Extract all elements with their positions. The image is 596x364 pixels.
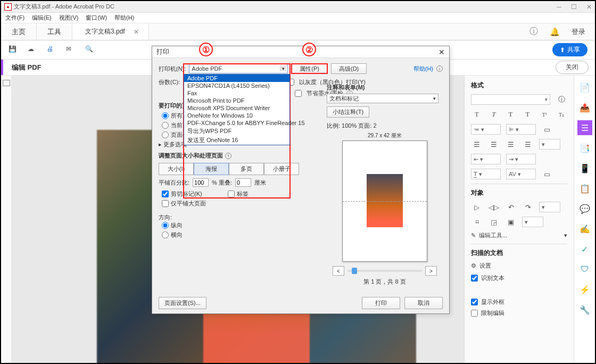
seg-poster[interactable]: 海报 bbox=[194, 163, 229, 175]
text-sub-icon[interactable]: T₁ bbox=[556, 109, 567, 120]
ts-optimize-icon[interactable]: ⚡ bbox=[577, 282, 592, 297]
close-editbar-button[interactable]: 关闭 bbox=[556, 61, 589, 74]
color-a-icon[interactable]: ▭ bbox=[541, 124, 553, 135]
edit-tool-link[interactable]: ✎ 编辑工具... ▾ bbox=[471, 231, 567, 239]
ts-organize-icon[interactable]: 📑 bbox=[577, 140, 592, 155]
ts-export-icon[interactable]: 📤 bbox=[577, 100, 592, 115]
page-range-radio[interactable] bbox=[162, 131, 169, 138]
dd-item-onenote10[interactable]: OneNote for Windows 10 bbox=[184, 112, 289, 119]
menu-window[interactable]: 窗口(W) bbox=[86, 14, 107, 22]
portrait-radio[interactable] bbox=[162, 222, 169, 229]
more-options-toggle[interactable]: ▸ 更多选项 bbox=[159, 140, 187, 148]
text-t3-icon[interactable]: T bbox=[505, 109, 517, 120]
share-button[interactable]: ⬆ 共享 bbox=[552, 43, 587, 56]
menu-view[interactable]: 视图(V) bbox=[59, 14, 79, 22]
more-format-icon[interactable]: ▭ bbox=[541, 169, 553, 179]
dd-item-onenote16[interactable]: 发送至 OneNote 16 bbox=[184, 136, 289, 145]
cancel-button[interactable]: 取消 bbox=[404, 297, 443, 309]
indent2-select[interactable]: ⇥ ▾ bbox=[506, 154, 536, 164]
print-icon[interactable]: 🖨 bbox=[47, 45, 56, 55]
crop-icon[interactable]: ⌗ bbox=[471, 217, 483, 227]
tile-large-checkbox[interactable] bbox=[162, 200, 169, 207]
minimize-icon[interactable]: ─ bbox=[557, 3, 561, 11]
tile-pct-input[interactable] bbox=[193, 178, 209, 187]
rotate-ccw-icon[interactable]: ↶ bbox=[505, 202, 517, 212]
flip-h-icon[interactable]: ◁▷ bbox=[488, 202, 500, 212]
ts-more-icon[interactable]: 🔧 bbox=[577, 302, 592, 317]
menu-help[interactable]: 帮助(H) bbox=[114, 14, 134, 22]
ts-fill-icon[interactable]: 📋 bbox=[577, 181, 592, 196]
text-super-icon[interactable]: T¹ bbox=[539, 109, 550, 120]
overlap-input[interactable] bbox=[235, 178, 251, 187]
dd-item-epson[interactable]: EPSON47CD1A (L4150 Series) bbox=[184, 82, 289, 89]
dd-item-wps[interactable]: 导出为WPS PDF bbox=[184, 127, 289, 136]
restrict-edit-input[interactable] bbox=[471, 310, 478, 317]
char-space-select[interactable]: AV ▾ bbox=[506, 169, 536, 179]
next-page-button[interactable]: > bbox=[425, 266, 437, 276]
maximize-icon[interactable]: ☐ bbox=[571, 3, 577, 11]
mail-icon[interactable]: ✉ bbox=[66, 45, 76, 55]
horiz-scale-select[interactable]: T̲ ▾ bbox=[471, 169, 501, 179]
settings-link[interactable]: ⚙ 设置 bbox=[471, 262, 567, 270]
ts-edit-icon[interactable]: ☰ bbox=[577, 120, 592, 135]
rotate-cw-icon[interactable]: ↷ bbox=[522, 202, 534, 212]
advanced-button[interactable]: 高级(D) bbox=[331, 63, 367, 74]
current-page-radio[interactable] bbox=[162, 122, 169, 129]
font-select[interactable]: ▾ bbox=[471, 94, 550, 105]
tab-tools[interactable]: 工具 bbox=[37, 23, 72, 40]
align-obj-select[interactable]: ▾ bbox=[522, 217, 543, 227]
ts-stamp-icon[interactable]: ✓ bbox=[577, 242, 592, 257]
print-button[interactable]: 打印 bbox=[362, 297, 400, 309]
recognize-text-checkbox[interactable]: 识别文本 bbox=[471, 274, 567, 282]
landscape-radio[interactable] bbox=[162, 231, 169, 238]
cloud-icon[interactable]: ☁ bbox=[28, 45, 37, 55]
search-icon[interactable]: 🔍 bbox=[85, 45, 95, 55]
bell-icon[interactable]: 🔔 bbox=[550, 27, 560, 37]
bullets-select[interactable]: ≔ ▾ bbox=[471, 124, 501, 135]
numbered-select[interactable]: ⊫ ▾ bbox=[506, 124, 536, 135]
align-right-icon[interactable]: ☰ bbox=[505, 139, 517, 150]
text-add-icon[interactable]: T bbox=[471, 109, 483, 120]
align-center-icon[interactable]: ☰ bbox=[488, 139, 500, 150]
properties-button[interactable]: 属性(P) bbox=[291, 63, 328, 74]
recognize-text-input[interactable] bbox=[471, 275, 478, 282]
summarize-button[interactable]: 小结注释(T) bbox=[327, 106, 369, 118]
show-outline-input[interactable] bbox=[471, 299, 478, 305]
printer-dropdown-list[interactable]: Adobe PDF EPSON47CD1A (L4150 Series) Fax… bbox=[184, 74, 290, 145]
tab-home[interactable]: 主页 bbox=[1, 23, 37, 40]
seg-booklet[interactable]: 小册子 bbox=[264, 163, 299, 175]
menu-file[interactable]: 文件(F) bbox=[5, 14, 24, 22]
help-link[interactable]: 帮助(H) bbox=[413, 65, 433, 73]
indent-select[interactable]: ⇤ ▾ bbox=[471, 154, 501, 164]
cropmarks-checkbox[interactable] bbox=[162, 191, 169, 197]
page-setup-button[interactable]: 页面设置(S)... bbox=[159, 297, 206, 309]
text-t4-icon[interactable]: T bbox=[522, 109, 533, 120]
printer-select[interactable]: Adobe PDF ▾ bbox=[189, 64, 288, 73]
save-icon[interactable]: 💾 bbox=[9, 45, 18, 55]
spacing-select[interactable]: ▾ bbox=[539, 139, 560, 150]
seg-size[interactable]: 大小(I) bbox=[159, 163, 194, 175]
prev-page-button[interactable]: < bbox=[333, 266, 344, 276]
ts-enhance-icon[interactable]: 📱 bbox=[577, 161, 592, 176]
dd-item-adobe[interactable]: Adobe PDF bbox=[184, 75, 289, 82]
thumbnail-icon[interactable] bbox=[3, 80, 10, 86]
dd-item-xps[interactable]: Microsoft XPS Document Writer bbox=[184, 104, 289, 112]
flip-v-icon[interactable]: ▷ bbox=[471, 202, 483, 212]
group-icon[interactable]: ▣ bbox=[505, 217, 517, 227]
seg-multi[interactable]: 多页 bbox=[229, 163, 264, 175]
resize-info-icon[interactable]: i bbox=[225, 153, 231, 159]
text-italic-icon[interactable]: T bbox=[488, 109, 500, 120]
tab-close-icon[interactable]: ✕ bbox=[134, 28, 139, 36]
arrange-select[interactable]: ▾ bbox=[539, 202, 560, 212]
replace-icon[interactable]: ◲ bbox=[488, 217, 500, 227]
help-icon[interactable]: ⓘ bbox=[529, 26, 538, 37]
dialog-close-icon[interactable]: ✕ bbox=[438, 48, 445, 56]
restrict-edit-checkbox[interactable]: 限制编辑 bbox=[471, 309, 567, 317]
close-icon[interactable]: ✕ bbox=[586, 3, 592, 11]
thumbnails-panel[interactable] bbox=[1, 76, 12, 363]
slider-thumb[interactable] bbox=[352, 268, 357, 274]
align-justify-icon[interactable]: ☰ bbox=[522, 139, 534, 150]
ts-sign-icon[interactable]: ✍ bbox=[577, 221, 592, 236]
login-button[interactable]: 登录 bbox=[572, 27, 585, 37]
align-left-icon[interactable]: ☰ bbox=[471, 139, 483, 150]
